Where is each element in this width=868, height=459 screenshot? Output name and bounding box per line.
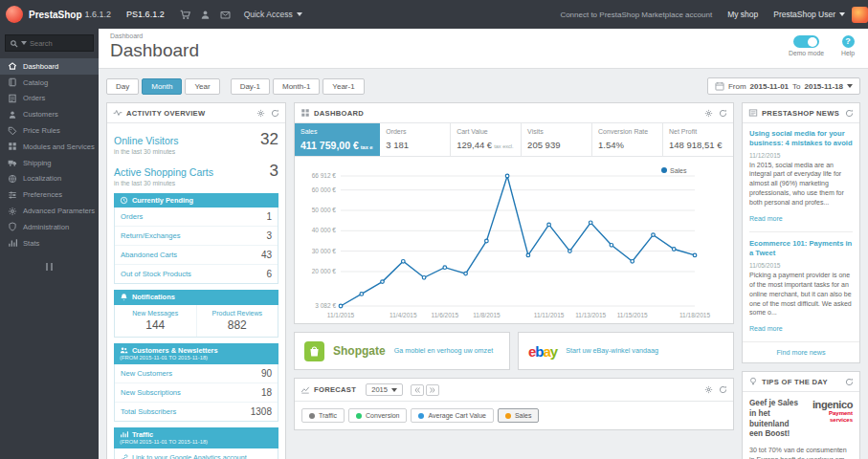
shop-name-link[interactable]: PS1.6.1.2: [126, 10, 165, 19]
sidebar-item-administration[interactable]: Administration: [0, 219, 99, 235]
range-year-button[interactable]: Year: [185, 78, 219, 95]
section-title: Notifications: [132, 293, 175, 301]
article-headline-link[interactable]: Ecommerce 101: Payments in a Tweet: [749, 239, 853, 259]
date-range-toolbar: Day Month Year Day-1 Month-1 Year-1 From…: [99, 69, 868, 102]
online-visitors-subtext: in the last 30 minutes: [114, 148, 278, 155]
refresh-icon[interactable]: [845, 109, 854, 118]
pending-orders-row[interactable]: Orders 1: [115, 208, 278, 227]
customers-person-icon[interactable]: [200, 10, 211, 20]
shopgate-promo[interactable]: Shopgate Ga mobiel en verhoog uw omzet: [294, 332, 510, 370]
sales-dot-icon: [505, 413, 511, 419]
kpi-tab-conversion-rate[interactable]: Conversion Rate 1.54%: [592, 123, 663, 156]
sidebar-item-orders[interactable]: Orders: [0, 91, 99, 107]
range-year-1-button[interactable]: Year-1: [323, 78, 364, 95]
forecast-conversion-toggle[interactable]: Conversion: [348, 408, 407, 423]
forecast-chart-icon: [300, 385, 310, 395]
search-scope-caret-icon[interactable]: [21, 41, 27, 45]
sidebar-item-label: Advanced Parameters: [23, 207, 95, 215]
svg-text:11/11/2015: 11/11/2015: [534, 312, 565, 318]
sidebar-item-preferences[interactable]: Preferences: [0, 186, 99, 203]
orders-cart-icon[interactable]: [180, 10, 190, 20]
sidebar-item-localization[interactable]: Localization: [0, 171, 99, 187]
sidebar-item-dashboard[interactable]: Dashboard: [0, 58, 99, 75]
online-visitors-label[interactable]: Online Visitors: [114, 135, 179, 146]
tip-headline: Geef je Sales in het buitenland een Boos…: [749, 399, 802, 440]
help-icon[interactable]: ?: [842, 35, 855, 48]
sales-line-chart: 66 912 €60 000 €50 000 €40 000 €30 000 €…: [297, 163, 723, 321]
kpi-tab-sales[interactable]: Sales 411 759,00 €tax excl.: [295, 123, 380, 156]
find-more-news-link[interactable]: Find more news: [743, 341, 859, 362]
forecast-avg-cart-toggle[interactable]: Average Cart Value: [411, 408, 493, 423]
google-analytics-link[interactable]: Link to your Google Analytics account: [132, 453, 247, 459]
sidebar-search[interactable]: [5, 34, 94, 52]
read-more-link[interactable]: Read more: [749, 325, 783, 332]
abandoned-carts-row[interactable]: Abandoned Carts 43: [115, 246, 278, 265]
section-title: Traffic: [132, 430, 153, 439]
refresh-icon[interactable]: [845, 378, 854, 386]
forecast-traffic-toggle[interactable]: Traffic: [301, 408, 345, 423]
ebay-promo-link[interactable]: Start uw eBay-winkel vandaag: [566, 346, 658, 355]
conversion-dot-icon: [356, 413, 362, 419]
marketplace-link[interactable]: Connect to PrestaShop Marketplace accoun…: [560, 11, 712, 19]
read-more-link[interactable]: Read more: [749, 215, 783, 222]
user-menu[interactable]: PrestaShop User: [773, 7, 868, 23]
kpi-note: tax excl.: [494, 143, 514, 149]
kpi-tab-visits[interactable]: Visits 205 939: [522, 123, 592, 156]
sidebar-item-shipping[interactable]: Shipping: [0, 155, 99, 171]
out-of-stock-row[interactable]: Out of Stock Products 6: [115, 265, 278, 283]
gear-icon[interactable]: [704, 109, 713, 118]
my-shop-link[interactable]: My shop: [727, 10, 758, 19]
sidebar-item-customers[interactable]: Customers: [0, 106, 99, 122]
sidebar-item-label: Dashboard: [23, 62, 58, 71]
kpi-tab-orders[interactable]: Orders 3 181: [380, 123, 451, 156]
date-range-picker[interactable]: From 2015-11-01 To 2015-11-18: [707, 77, 860, 95]
avg-cart-dot-icon: [418, 413, 424, 419]
refresh-icon[interactable]: [271, 109, 279, 118]
new-messages-cell[interactable]: New Messages 144: [115, 305, 196, 337]
gear-icon[interactable]: [704, 385, 713, 394]
total-subscribers-row[interactable]: Total Subscribers 1308: [115, 403, 278, 421]
range-month-button[interactable]: Month: [142, 78, 182, 95]
search-input[interactable]: [30, 39, 89, 48]
range-day-1-button[interactable]: Day-1: [231, 78, 270, 95]
new-customers-row[interactable]: New Customers 90: [115, 364, 278, 383]
sidebar-item-label: Shipping: [23, 159, 52, 167]
refresh-icon[interactable]: [719, 109, 727, 118]
ebay-promo[interactable]: ebay Start uw eBay-winkel vandaag: [518, 332, 734, 370]
row-label: Orders: [121, 212, 143, 221]
forecast-prev-button[interactable]: [411, 384, 424, 396]
refresh-icon[interactable]: [719, 385, 727, 394]
pending-returns-row[interactable]: Return/Exchanges 3: [115, 227, 278, 246]
range-day-button[interactable]: Day: [106, 78, 139, 95]
active-carts-label[interactable]: Active Shopping Carts: [114, 166, 213, 178]
sidebar-item-price-rules[interactable]: Price Rules: [0, 122, 99, 139]
sidebar-item-catalog[interactable]: Catalog: [0, 75, 99, 91]
sidebar-item-stats[interactable]: Stats: [0, 235, 99, 251]
quick-access-menu[interactable]: Quick Access: [244, 10, 302, 19]
chevron-down-icon: [839, 12, 845, 16]
section-title: Customers & Newsletters: [132, 346, 218, 355]
shopgate-promo-link[interactable]: Ga mobiel en verhoog uw omzet: [394, 346, 493, 355]
sidebar-item-advanced-parameters[interactable]: Advanced Parameters: [0, 203, 99, 219]
lightbulb-icon: [748, 377, 758, 386]
kpi-tab-cart-value[interactable]: Cart Value 129,44 €tax excl.: [451, 123, 522, 156]
new-subscriptions-row[interactable]: New Subscriptions 18: [115, 383, 278, 403]
prestashop-news-panel: PRESTASHOP NEWS Using social media for y…: [742, 102, 860, 363]
forecast-sales-toggle[interactable]: Sales: [498, 408, 540, 423]
demo-mode-toggle[interactable]: [793, 35, 819, 48]
article-headline-link[interactable]: Using social media for your business: 4 …: [749, 129, 853, 149]
row-value: 1308: [251, 406, 272, 417]
messages-envelope-icon[interactable]: [220, 10, 231, 20]
forecast-year-select[interactable]: 2015: [366, 383, 403, 396]
sidebar-collapse-button[interactable]: [0, 263, 99, 271]
date-to-value: 2015-11-18: [805, 82, 843, 91]
product-reviews-cell[interactable]: Product Reviews 882: [196, 305, 278, 337]
forecast-next-button[interactable]: [426, 384, 439, 396]
sidebar-item-label: Price Rules: [23, 126, 60, 135]
range-month-1-button[interactable]: Month-1: [273, 78, 320, 95]
sidebar-item-modules[interactable]: Modules and Services: [0, 139, 99, 155]
gear-icon[interactable]: [256, 109, 265, 118]
demo-mode-label: Demo mode: [789, 50, 824, 56]
kpi-tab-net-profit[interactable]: Net Profit 148 918,51 €: [663, 123, 733, 156]
kpi-label: Conversion Rate: [598, 128, 657, 135]
